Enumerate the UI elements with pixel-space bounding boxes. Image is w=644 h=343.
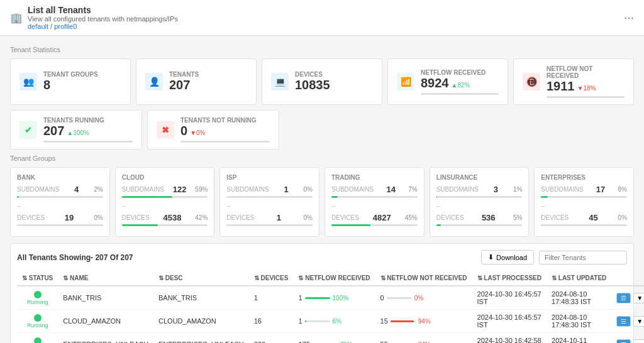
stats-row-2: ✔ TENANTS RUNNING 207▲100% ✖ TENANTS NOT…	[10, 110, 634, 150]
stat-bar-netflow-not-received	[547, 96, 625, 98]
trend-tenants-running: ▲100%	[67, 129, 89, 136]
group-sub-bar-cloud	[122, 196, 208, 198]
group-subdomains-row-isp: SUBDOMAINS 1 0%	[226, 185, 313, 194]
group-devices-pct-cloud: 42%	[195, 214, 208, 221]
col-header-8[interactable]	[611, 271, 644, 286]
group-devices-value-cloud: 4538	[163, 213, 181, 222]
filter-input[interactable]	[539, 251, 627, 264]
group-subdomains-row-linsurance: SUBDOMAINS 3 1%	[436, 185, 523, 194]
row-chevron-btn-0[interactable]: ▼	[633, 293, 644, 303]
group-title-bank: BANK	[17, 174, 103, 181]
main-content: Tenant Statistics 👥 TENANT GROUPS 8 👤 TE…	[0, 36, 644, 343]
row-chevron-btn-1[interactable]: ▼	[633, 316, 644, 327]
group-devices-row-isp: DEVICES 1 0%	[226, 213, 313, 222]
stat-bar-tenants-running	[43, 141, 133, 143]
col-sort-2: ⇅	[158, 275, 164, 281]
group-card-enterprises: ENTERPRISES SUBDOMAINS 17 8% – DEVICES 4…	[534, 167, 634, 237]
stat-spacer-4	[521, 110, 634, 150]
stat-card-tenant-groups: 👥 TENANT GROUPS 8	[10, 58, 131, 105]
group-card-cloud: CLOUD SUBDOMAINS 122 59% – DEVICES 4538 …	[115, 167, 215, 237]
stat-card-devices: 💻 DEVICES 10835	[262, 58, 382, 105]
row-action-btn-1[interactable]: ☰	[616, 316, 631, 327]
stat-label-devices: DEVICES	[295, 71, 373, 78]
group-devices-pct-linsurance: 5%	[513, 214, 522, 221]
stat-bar-tenants-not-running	[180, 141, 270, 143]
group-subdomains-value-cloud: 122	[173, 185, 187, 194]
group-subdomains-pct-isp: 0%	[304, 186, 313, 193]
stat-icon-tenants-running: ✔	[19, 121, 37, 139]
stat-card-netflow-not-received: 📵 NETFLOW NOT RECEIVED 1911▼18%	[513, 58, 634, 105]
status-dot-0	[34, 291, 42, 298]
col-sort-0: ⇅	[22, 275, 27, 281]
page-header: 🏢 List all Tenants View all configured t…	[0, 0, 644, 36]
group-sub-bar-isp	[226, 196, 313, 198]
stat-info-netflow-received: NETFLOW RECEIVED 8924▲82%	[421, 69, 499, 95]
stat-icon-tenants: 👤	[145, 73, 163, 90]
recv-bar-0	[305, 297, 330, 299]
breadcrumb[interactable]: default / profile0	[28, 23, 178, 30]
group-dev-bar-isp	[226, 224, 313, 226]
stat-label-tenants-not-running: TENANTS NOT RUNNING	[180, 117, 270, 124]
row-last-updated-2: 2024-10-11 12:39:20 IST	[547, 333, 611, 344]
trend-netflow-not-received: ▼18%	[577, 85, 596, 92]
tenants-header: All Tenants Showing- 207 Of 207 ⬇ Downlo…	[17, 250, 627, 264]
status-dot-1	[34, 314, 42, 322]
col-header-0[interactable]: ⇅ STATUS	[17, 271, 58, 286]
row-status-1: Running	[17, 310, 58, 333]
row-action-btn-2[interactable]: ☰	[616, 339, 631, 344]
row-action-btn-0[interactable]: ☰	[616, 293, 631, 303]
group-devices-value-bank: 19	[65, 213, 74, 222]
group-devices-row-linsurance: DEVICES 536 5%	[436, 213, 523, 222]
notrecv-bar-0	[387, 297, 412, 299]
stat-card-tenants-not-running: ✖ TENANTS NOT RUNNING 0▼0%	[147, 110, 279, 150]
col-header-6[interactable]: ⇅ LAST PROCESSED	[472, 271, 547, 286]
stat-spacer-2	[284, 110, 397, 150]
group-devices-value-trading: 4827	[373, 213, 391, 222]
col-header-3[interactable]: ⇅ DEVICES	[249, 271, 294, 286]
row-last-processed-0: 2024-10-30 16:45:57 IST	[472, 286, 547, 310]
group-devices-pct-bank: 0%	[94, 214, 103, 221]
group-dev-bar-linsurance	[436, 224, 523, 226]
status-label-1: Running	[27, 322, 48, 329]
stat-info-tenants-not-running: TENANTS NOT RUNNING 0▼0%	[180, 117, 270, 143]
group-subdomains-row-trading: SUBDOMAINS 14 7%	[331, 185, 418, 194]
group-devices-value-enterprises: 45	[589, 213, 597, 222]
row-last-updated-0: 2024-08-10 17:48:33 IST	[547, 286, 611, 310]
group-dash-trading: –	[331, 202, 418, 210]
stat-icon-netflow-not-received: 📵	[523, 73, 540, 90]
col-header-5[interactable]: ⇅ NETFLOW NOT RECEIVED	[375, 271, 472, 286]
row-actions-2: ☰ ▼	[611, 333, 644, 344]
header-left: 🏢 List all Tenants View all configured t…	[10, 5, 178, 30]
col-sort-3: ⇅	[254, 275, 259, 281]
stat-label-tenants-running: TENANTS RUNNING	[43, 117, 133, 124]
group-subdomains-pct-cloud: 59%	[195, 186, 208, 193]
row-netflow-notrecv-2: 55 24%	[375, 333, 472, 344]
group-devices-value-isp: 1	[277, 213, 281, 222]
col-sort-5: ⇅	[380, 275, 386, 281]
group-title-cloud: CLOUD	[122, 174, 208, 181]
group-title-enterprises: ENTERPRISES	[541, 174, 627, 181]
stat-value-netflow-not-received: 1911	[547, 79, 575, 93]
row-chevron-btn-2[interactable]: ▼	[633, 339, 644, 344]
group-sub-bar-trading	[331, 196, 418, 198]
notrecv-bar-1	[391, 320, 416, 322]
row-desc-0: BANK_TRIS	[153, 286, 249, 310]
group-title-linsurance: LINSURANCE	[436, 174, 523, 181]
groups-row: BANK SUBDOMAINS 4 2% – DEVICES 19 0% CLO…	[10, 167, 634, 237]
group-subdomains-row-enterprises: SUBDOMAINS 17 8%	[541, 185, 627, 194]
col-header-4[interactable]: ⇅ NETFLOW RECEIVED	[293, 271, 375, 286]
group-subdomains-row-bank: SUBDOMAINS 4 2%	[17, 185, 103, 194]
group-subdomains-value-enterprises: 17	[596, 185, 605, 194]
more-button[interactable]: ⋯	[624, 12, 634, 24]
col-header-2[interactable]: ⇅ DESC	[153, 271, 249, 286]
status-dot-2	[34, 337, 42, 344]
stat-info-tenant-groups: TENANT GROUPS 8	[43, 71, 121, 92]
col-header-7[interactable]: ⇅ LAST UPDATED	[547, 271, 611, 286]
row-netflow-recv-2: 175 76%	[293, 333, 375, 344]
download-button[interactable]: ⬇ Download	[481, 250, 534, 264]
table-row: Running BANK_TRIS BANK_TRIS 1 1 100% 0 0…	[17, 286, 644, 310]
col-header-1[interactable]: ⇅ NAME	[58, 271, 153, 286]
row-devices-0: 1	[249, 286, 294, 310]
stat-info-devices: DEVICES 10835	[295, 71, 373, 92]
group-dash-bank: –	[17, 202, 103, 210]
